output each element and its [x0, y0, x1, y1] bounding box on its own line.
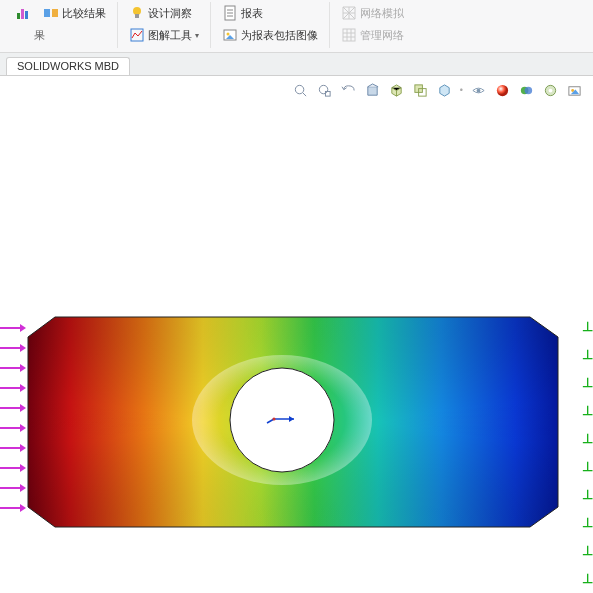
force-arrow-icon — [0, 487, 26, 489]
force-arrow-icon — [0, 387, 26, 389]
design-insight-label: 设计洞察 — [148, 6, 192, 21]
fea-result-plot — [0, 102, 593, 593]
svg-rect-14 — [343, 29, 355, 41]
force-arrow-icon — [0, 447, 26, 449]
tab-label: SOLIDWORKS MBD — [17, 60, 119, 72]
appearance-icon[interactable] — [494, 82, 511, 99]
tab-solidworks-mbd[interactable]: SOLIDWORKS MBD — [6, 57, 130, 75]
plot-tools-label: 图解工具 — [148, 28, 192, 43]
svg-marker-38 — [289, 416, 294, 422]
svg-point-17 — [319, 85, 327, 93]
ribbon-group-results: 比较结果 果 — [4, 2, 118, 48]
ribbon-group-report: 报表 为报表包括图像 — [211, 2, 330, 48]
svg-point-15 — [295, 85, 303, 93]
section-icon[interactable] — [364, 82, 381, 99]
force-arrow-icon — [0, 407, 26, 409]
zoom-fit-icon[interactable] — [292, 82, 309, 99]
svg-rect-3 — [44, 9, 50, 17]
svg-rect-0 — [17, 13, 20, 19]
svg-rect-18 — [325, 91, 330, 96]
fixture-symbol-icon: ⊥ — [582, 433, 592, 445]
zoom-area-icon[interactable] — [316, 82, 333, 99]
fixture-symbol-icon: ⊥ — [582, 377, 592, 389]
svg-rect-1 — [21, 9, 24, 19]
manage-mesh-button: 管理网络 — [338, 27, 407, 43]
compare-results-button[interactable]: 比较结果 — [40, 5, 109, 21]
origin-triad-icon — [264, 411, 298, 429]
results-button[interactable] — [12, 5, 34, 21]
display-style-icon[interactable] — [388, 82, 405, 99]
graphics-viewport[interactable]: ⊥ ⊥ ⊥ ⊥ ⊥ ⊥ ⊥ ⊥ ⊥ ⊥ ⊥ — [0, 102, 593, 593]
plot-tools-button[interactable]: 图解工具 ▾ — [126, 27, 202, 43]
ribbon: 比较结果 果 设计洞察 图解工具 ▾ 报表 — [0, 0, 593, 53]
ribbon-group-insight: 设计洞察 图解工具 ▾ — [118, 2, 211, 48]
reports-label: 报表 — [241, 6, 263, 21]
fixture-symbol-icon: ⊥ — [582, 489, 592, 501]
force-arrow-icon — [0, 347, 26, 349]
sub-tab-bar: SOLIDWORKS MBD — [0, 53, 593, 76]
svg-point-26 — [549, 88, 553, 92]
mesh-simulate-button: 网络模拟 — [338, 5, 407, 21]
shadows-icon[interactable] — [412, 82, 429, 99]
manage-mesh-label: 管理网络 — [360, 28, 404, 43]
fixture-symbol-icon: ⊥ — [582, 321, 592, 333]
svg-point-5 — [133, 7, 141, 15]
svg-point-21 — [477, 88, 481, 92]
svg-line-16 — [303, 92, 306, 95]
left-force-arrows — [0, 327, 26, 509]
scene-icon[interactable] — [436, 82, 453, 99]
fixture-symbol-icon: ⊥ — [582, 545, 592, 557]
settings-icon[interactable] — [542, 82, 559, 99]
svg-point-24 — [525, 86, 533, 94]
mesh-simulate-label: 网络模拟 — [360, 6, 404, 21]
force-arrow-icon — [0, 507, 26, 509]
ribbon-group-mesh: 网络模拟 管理网络 — [330, 2, 415, 48]
include-image-label: 为报表包括图像 — [241, 28, 318, 43]
include-image-button[interactable]: 为报表包括图像 — [219, 27, 321, 43]
prev-view-icon[interactable] — [340, 82, 357, 99]
fixture-symbol-icon: ⊥ — [582, 573, 592, 585]
render-icon[interactable] — [518, 82, 535, 99]
force-arrow-icon — [0, 427, 26, 429]
svg-point-22 — [497, 84, 508, 95]
fixture-symbol-icon: ⊥ — [582, 405, 592, 417]
fixture-symbol-icon: ⊥ — [582, 517, 592, 529]
decal-icon[interactable] — [566, 82, 583, 99]
svg-rect-2 — [25, 11, 28, 19]
separator: • — [460, 85, 463, 95]
svg-rect-4 — [52, 9, 58, 17]
force-arrow-icon — [0, 327, 26, 329]
svg-point-13 — [227, 33, 230, 36]
reports-button[interactable]: 报表 — [219, 5, 266, 21]
compare-results-label: 比较结果 — [62, 6, 106, 21]
compare-results-sublabel: 果 — [34, 28, 45, 43]
design-insight-button[interactable]: 设计洞察 — [126, 5, 195, 21]
force-arrow-icon — [0, 367, 26, 369]
svg-rect-6 — [135, 14, 139, 18]
fixture-symbol-icon: ⊥ — [582, 349, 592, 361]
view-toolbar: • — [0, 76, 593, 102]
force-arrow-icon — [0, 467, 26, 469]
right-fixture-symbols: ⊥ ⊥ ⊥ ⊥ ⊥ ⊥ ⊥ ⊥ ⊥ ⊥ ⊥ — [582, 321, 592, 593]
visibility-icon[interactable] — [470, 82, 487, 99]
fixture-symbol-icon: ⊥ — [582, 461, 592, 473]
svg-point-40 — [272, 417, 275, 420]
